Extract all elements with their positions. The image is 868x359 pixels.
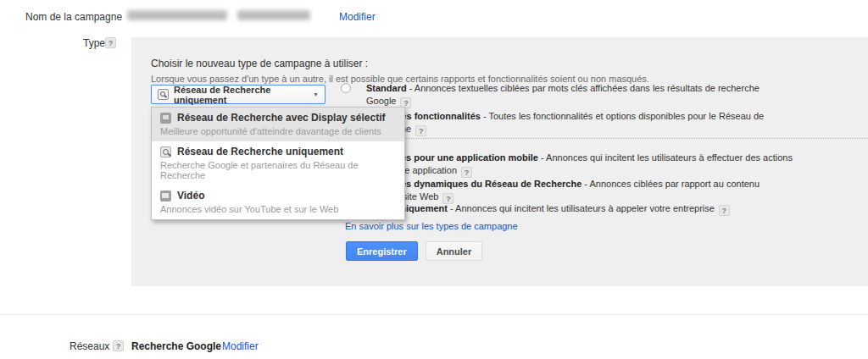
menu-item-search-only[interactable]: Réseau de Recherche uniquement Recherche…: [152, 141, 404, 185]
option-desc: - Annonces qui incitent les utilisateurs…: [448, 203, 715, 213]
save-button[interactable]: Enregistrer: [346, 241, 418, 261]
menu-item-subtitle: Annonces vidéo sur YouTube et sur le Web: [160, 204, 396, 214]
search-network-icon: [158, 89, 169, 100]
menu-item-title: Vidéo: [177, 190, 204, 202]
adwords-campaign-type-settings: Nom de la campagne Modifier Type ? Chois…: [0, 0, 868, 359]
option-mobile-app[interactable]: Annonces pour une application mobile - A…: [341, 152, 813, 178]
campaign-type-dropdown-menu: Réseau de Recherche avec Display sélecti…: [151, 107, 405, 220]
menu-item-subtitle: Meilleure opportunité d'atteindre davant…: [160, 126, 396, 136]
option-all-features[interactable]: Toutes les fonctionnalités - Toutes les …: [341, 110, 796, 136]
search-network-icon: [160, 146, 171, 157]
chevron-down-icon: ▼: [313, 91, 319, 97]
panel-heading: Choisir le nouveau type de campagne à ut…: [151, 58, 368, 69]
radio-standard[interactable]: [341, 83, 351, 93]
video-icon: [160, 191, 171, 202]
menu-item-subtitle: Recherche Google et partenaires du Résea…: [160, 160, 396, 180]
menu-item-title: Réseau de Recherche uniquement: [177, 146, 343, 157]
option-help-icon[interactable]: ?: [461, 167, 472, 178]
menu-item-search-with-display[interactable]: Réseau de Recherche avec Display sélecti…: [152, 108, 404, 141]
networks-value: Recherche Google: [131, 340, 221, 352]
menu-item-video[interactable]: Vidéo Annonces vidéo sur YouTube et sur …: [152, 185, 404, 219]
campaign-name-modify-link[interactable]: Modifier: [339, 11, 376, 23]
section-divider: [0, 314, 868, 315]
option-desc: - Annonces textuelles ciblées par mots c…: [366, 83, 760, 106]
campaign-name-redacted: [127, 9, 324, 22]
cancel-button[interactable]: Annuler: [426, 241, 483, 261]
learn-more-link[interactable]: En savoir plus sur les types de campagne: [345, 221, 518, 231]
campaign-name-label: Nom de la campagne: [25, 11, 122, 23]
option-help-icon[interactable]: ?: [415, 125, 426, 136]
campaign-type-panel: Choisir le nouveau type de campagne à ut…: [131, 37, 868, 286]
option-title: Standard: [366, 83, 407, 93]
type-label: Type: [83, 37, 105, 49]
option-help-icon[interactable]: ?: [719, 205, 730, 216]
search-display-icon: [160, 113, 171, 124]
type-help-icon[interactable]: ?: [105, 37, 116, 48]
options-separator: [341, 138, 868, 139]
option-standard[interactable]: Standard - Annonces textuelles ciblées p…: [341, 82, 779, 108]
networks-label: Réseaux: [70, 340, 109, 352]
option-call-only[interactable]: Appel uniquement - Annonces qui incitent…: [341, 202, 775, 216]
campaign-type-dropdown-button[interactable]: Réseau de Recherche uniquement ▼: [151, 85, 326, 104]
networks-help-icon[interactable]: ?: [113, 340, 124, 351]
action-buttons: Enregistrer Annuler: [346, 241, 482, 261]
dropdown-selected-value: Réseau de Recherche uniquement: [174, 85, 313, 105]
menu-item-title: Réseau de Recherche avec Display sélecti…: [177, 112, 385, 124]
networks-modify-link[interactable]: Modifier: [222, 340, 259, 352]
